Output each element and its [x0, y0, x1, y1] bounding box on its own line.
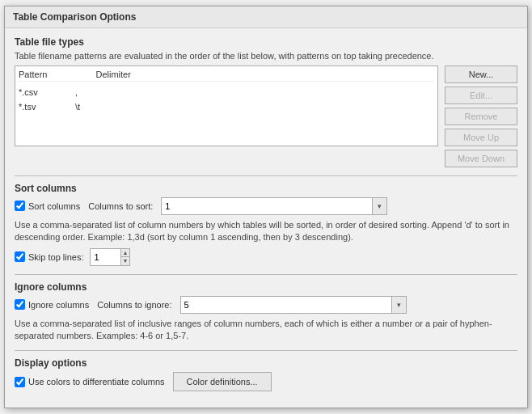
use-colors-checkbox[interactable]	[15, 377, 25, 387]
display-options-title: Display options	[15, 357, 517, 369]
spinner-down-button[interactable]: ▼	[121, 256, 130, 265]
file-types-desc: Table filename patterns are evaluated in…	[15, 51, 517, 61]
ignore-columns-checkbox[interactable]	[15, 299, 25, 310]
row1-delimiter: ,	[75, 85, 124, 99]
row2-delimiter: \t	[75, 99, 124, 114]
sort-row: Sort columns Columns to sort: ▾	[15, 197, 517, 215]
ignore-columns-title: Ignore columns	[15, 281, 517, 293]
file-types-title: Table file types	[15, 36, 517, 48]
divider-1	[15, 175, 517, 176]
sort-description: Use a comma-separated list of column num…	[15, 219, 517, 244]
combo-arrow-icon[interactable]: ▾	[372, 198, 386, 214]
file-types-table: Pattern Delimiter *.csv , *.tsv \t	[15, 65, 438, 146]
skip-top-lines-checkbox-label[interactable]: Skip top lines:	[15, 251, 83, 262]
sort-columns-checkbox[interactable]	[15, 201, 25, 211]
sort-columns-section: Sort columns Sort columns Columns to sor…	[15, 183, 517, 266]
dialog-title: Table Comparison Options	[5, 6, 527, 28]
table-row: *.csv ,	[19, 85, 434, 99]
display-row: Use colors to differentiate columns Colo…	[15, 372, 517, 391]
ignore-columns-checkbox-label[interactable]: Ignore columns	[15, 299, 89, 310]
columns-to-ignore-combo[interactable]: ▾	[180, 296, 407, 314]
new-button[interactable]: New...	[445, 65, 517, 83]
display-options-section: Display options Use colors to differenti…	[15, 357, 517, 391]
row1-pattern: *.csv	[19, 85, 75, 99]
skip-top-lines-spinner[interactable]: ▲ ▼	[90, 248, 130, 266]
divider-2	[15, 274, 517, 275]
skip-top-lines-input[interactable]	[91, 249, 120, 265]
file-types-container: Pattern Delimiter *.csv , *.tsv \t New..…	[15, 65, 517, 167]
sort-columns-title: Sort columns	[15, 183, 517, 194]
spinner-up-button[interactable]: ▲	[121, 249, 130, 257]
ignore-combo-arrow-icon[interactable]: ▾	[391, 297, 406, 313]
table-header: Pattern Delimiter	[19, 70, 434, 82]
color-definitions-button[interactable]: Color definitions...	[173, 372, 272, 391]
sort-columns-checkbox-label[interactable]: Sort columns	[15, 201, 80, 211]
row2-pattern: *.tsv	[19, 99, 75, 114]
columns-to-sort-combo[interactable]: ▾	[161, 197, 387, 215]
remove-button[interactable]: Remove	[445, 108, 517, 125]
ignore-columns-section: Ignore columns Ignore columns Columns to…	[15, 281, 517, 343]
move-up-button[interactable]: Move Up	[445, 129, 517, 146]
dialog: Table Comparison Options Table file type…	[4, 6, 528, 409]
use-colors-label: Use colors to differentiate columns	[28, 377, 165, 387]
side-buttons: New... Edit... Remove Move Up Move Down	[445, 65, 517, 167]
edit-button[interactable]: Edit...	[445, 87, 517, 104]
file-types-section: Table file types Table filename patterns…	[15, 36, 517, 167]
columns-to-ignore-input[interactable]	[181, 298, 391, 311]
columns-to-ignore-label: Columns to ignore:	[97, 300, 171, 310]
sort-columns-label: Sort columns	[28, 201, 80, 211]
use-colors-checkbox-label[interactable]: Use colors to differentiate columns	[15, 377, 165, 387]
skip-row: Skip top lines: ▲ ▼	[15, 248, 517, 266]
divider-3	[15, 350, 517, 351]
ignore-columns-label: Ignore columns	[28, 300, 89, 310]
skip-top-lines-checkbox[interactable]	[15, 251, 25, 262]
move-down-button[interactable]: Move Down	[445, 150, 517, 167]
col-pattern: Pattern	[19, 70, 47, 79]
spinner-buttons: ▲ ▼	[120, 249, 130, 265]
table-row: *.tsv \t	[19, 99, 434, 114]
skip-top-lines-label: Skip top lines:	[28, 252, 83, 262]
columns-to-sort-input[interactable]	[162, 200, 372, 213]
ignore-description: Use a comma-separated list of inclusive …	[15, 318, 517, 343]
columns-to-sort-label: Columns to sort:	[88, 201, 153, 211]
ignore-row: Ignore columns Columns to ignore: ▾	[15, 296, 517, 314]
col-delimiter: Delimiter	[95, 70, 130, 79]
